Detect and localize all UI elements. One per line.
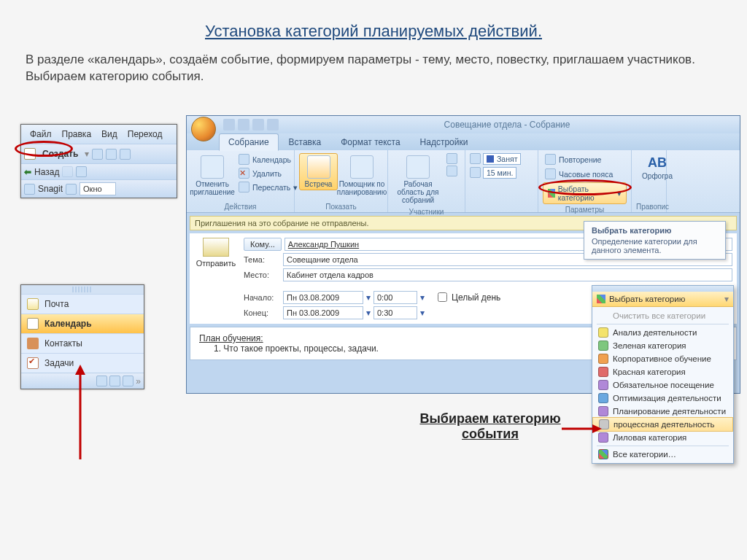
delete-button[interactable]: ✕Удалить bbox=[236, 167, 300, 179]
snagit-icon bbox=[24, 184, 35, 195]
annotation-choose-category: Выбираем категорию события bbox=[410, 411, 570, 442]
menu-view[interactable]: Вид bbox=[97, 128, 122, 141]
response-icon[interactable] bbox=[446, 166, 457, 176]
arrow-to-calendar bbox=[73, 365, 88, 459]
to-button[interactable]: Кому... bbox=[244, 238, 282, 251]
end-date[interactable]: Пн 03.08.2009 bbox=[283, 306, 363, 319]
subject-label: Тема: bbox=[244, 255, 280, 264]
menu-file[interactable]: Файл bbox=[26, 128, 56, 141]
arrow-to-category bbox=[562, 423, 602, 435]
category-all[interactable]: Все категории… bbox=[592, 448, 733, 461]
category-item-label: процессная деятельность bbox=[614, 420, 714, 429]
nav-tasks-label: Задачи bbox=[44, 358, 74, 368]
menu-go[interactable]: Переход bbox=[123, 128, 167, 141]
start-label: Начало: bbox=[244, 293, 280, 302]
shortcut-icon[interactable] bbox=[96, 376, 107, 386]
category-clear[interactable]: Очистить все категории bbox=[592, 309, 733, 322]
category-color-swatch bbox=[598, 341, 608, 351]
location-label: Место: bbox=[244, 271, 280, 279]
category-item[interactable]: Зеленая категория bbox=[592, 339, 733, 352]
nav-mail-label: Почта bbox=[44, 299, 69, 309]
category-item[interactable]: Анализ деятельности bbox=[592, 326, 733, 339]
tab-addins[interactable]: Надстройки bbox=[411, 133, 478, 151]
workspace-button[interactable]: Рабочая область для собраний bbox=[392, 153, 444, 206]
category-item-label: Анализ деятельности bbox=[613, 328, 697, 337]
highlight-oval-categorize bbox=[538, 179, 632, 195]
allday-checkbox[interactable]: Целый день bbox=[435, 290, 500, 304]
spelling-group-label: Правопис bbox=[636, 201, 662, 211]
send-button[interactable]: Отправить bbox=[196, 259, 236, 268]
categorize-icon bbox=[597, 295, 605, 303]
window-icon bbox=[66, 184, 77, 195]
contacts-icon bbox=[27, 338, 39, 349]
end-time[interactable]: 0:30 bbox=[374, 306, 417, 319]
cancel-invitation-button[interactable]: Отменить приглашение bbox=[191, 153, 233, 198]
tab-meeting[interactable]: Собрание bbox=[219, 133, 279, 151]
book-icon[interactable] bbox=[120, 149, 131, 160]
back-button[interactable]: Назад bbox=[34, 167, 59, 177]
print-icon[interactable] bbox=[92, 149, 103, 160]
category-item[interactable]: Лиловая категория bbox=[592, 431, 733, 444]
nav-contacts[interactable]: Контакты bbox=[21, 333, 144, 353]
start-date[interactable]: Пн 03.08.2009 bbox=[283, 291, 363, 304]
attendees-group-label: Участники bbox=[392, 206, 460, 216]
forward-small-icon bbox=[239, 182, 249, 192]
calendar-button[interactable]: Календарь bbox=[236, 153, 300, 166]
category-dropdown-header[interactable]: Выбрать категорию ▾ bbox=[592, 292, 733, 307]
recurrence-button[interactable]: Повторение bbox=[543, 153, 627, 166]
scheduling-button[interactable]: Помощник по планированию bbox=[341, 153, 383, 198]
delete-icon: ✕ bbox=[239, 168, 249, 179]
category-item-label: Красная категория bbox=[613, 368, 686, 376]
timezones-icon bbox=[545, 168, 556, 179]
menu-edit[interactable]: Правка bbox=[58, 128, 96, 141]
tab-insert[interactable]: Вставка bbox=[279, 133, 331, 151]
showas-icon bbox=[470, 153, 481, 164]
category-item[interactable]: Оптимизация деятельности bbox=[592, 392, 733, 405]
category-item[interactable]: Обязательное посещение bbox=[592, 378, 733, 392]
category-item[interactable]: процессная деятельность bbox=[592, 417, 733, 432]
showas-combo[interactable]: Занят bbox=[483, 153, 521, 165]
slide-description: В разделе «календарь», создаём событие, … bbox=[0, 41, 747, 93]
spelling-button[interactable]: ABОрфогра bbox=[636, 153, 678, 182]
qat-more-icon[interactable] bbox=[267, 119, 279, 131]
attendee-icon[interactable] bbox=[446, 153, 457, 164]
save-icon[interactable] bbox=[223, 119, 235, 131]
nav-calendar[interactable]: Календарь bbox=[21, 314, 144, 333]
clear-label: Очистить все категории bbox=[613, 311, 705, 320]
undo-icon[interactable] bbox=[238, 119, 249, 131]
office-button[interactable] bbox=[191, 117, 216, 141]
redo-icon[interactable] bbox=[252, 119, 264, 131]
category-item[interactable]: Планирование деятельности bbox=[592, 405, 733, 418]
nav-mail[interactable]: Почта bbox=[21, 294, 144, 314]
find-icon[interactable] bbox=[106, 149, 117, 160]
reminder-icon bbox=[470, 167, 481, 178]
journal-icon[interactable] bbox=[123, 376, 133, 386]
category-color-swatch bbox=[598, 354, 608, 364]
snagit-label: Snagit bbox=[38, 184, 63, 194]
category-item-label: Оптимизация деятельности bbox=[613, 394, 721, 402]
category-item-label: Обязательное посещение bbox=[613, 381, 714, 389]
forward-button[interactable]: Переслать ▾ bbox=[236, 181, 300, 193]
tab-format[interactable]: Формат текста bbox=[331, 133, 409, 151]
timezones-button[interactable]: Часовые пояса bbox=[543, 168, 627, 180]
forward-icon[interactable] bbox=[62, 166, 73, 177]
tooltip-title: Выбрать категорию bbox=[592, 226, 718, 235]
calendar-small-icon bbox=[239, 154, 249, 165]
start-time[interactable]: 0:00 bbox=[374, 291, 417, 304]
category-item[interactable]: Корпоративное обучение bbox=[592, 352, 733, 365]
reminder-combo[interactable]: 15 мин. bbox=[483, 167, 516, 179]
highlight-oval-create bbox=[15, 141, 73, 157]
location-field[interactable]: Кабинет отдела кадров bbox=[283, 268, 732, 281]
category-color-swatch bbox=[598, 327, 608, 338]
mail-icon bbox=[27, 298, 39, 310]
category-item[interactable]: Красная категория bbox=[592, 365, 733, 378]
nav-icon[interactable] bbox=[76, 166, 87, 177]
category-dropdown: Выбрать категорию ▾ Очистить все категор… bbox=[592, 285, 734, 464]
category-item-label: Лиловая категория bbox=[613, 433, 686, 442]
all-categories-icon bbox=[598, 449, 608, 459]
appointment-button[interactable]: Встреча bbox=[299, 153, 338, 190]
folder-icon[interactable] bbox=[109, 376, 120, 386]
outlook-menubar-snippet: Файл Правка Вид Переход Создать ▾ ⬅ Наза… bbox=[20, 124, 177, 198]
window-combo[interactable]: Окно bbox=[80, 182, 116, 195]
category-color-swatch bbox=[598, 367, 608, 377]
